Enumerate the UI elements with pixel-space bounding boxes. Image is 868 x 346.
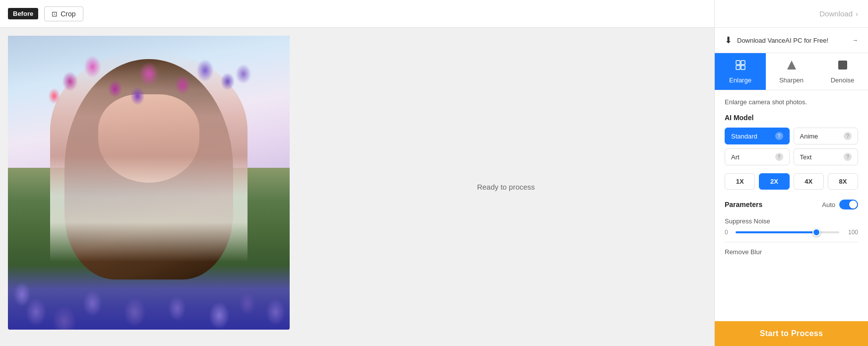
enlarge-icon [735, 59, 746, 73]
denoise-icon [837, 59, 849, 73]
sidebar-bottom: Start to Process [715, 321, 868, 346]
download-header: Download › [715, 0, 868, 28]
model-standard-help: ? [775, 132, 783, 140]
model-art-label: Art [731, 153, 740, 161]
tab-sharpen-label: Sharpen [779, 76, 804, 84]
tab-denoise-label: Denoise [831, 76, 855, 84]
download-button[interactable]: Download › [819, 9, 858, 18]
download-label: Download [819, 9, 853, 18]
suppress-noise-track[interactable] [736, 231, 839, 233]
download-arrow: › [856, 9, 858, 18]
ready-text: Ready to process [477, 183, 535, 191]
model-art-help: ? [775, 153, 783, 161]
suppress-noise-thumb[interactable] [812, 228, 820, 236]
tab-enlarge[interactable]: Enlarge [715, 53, 766, 90]
svg-rect-1 [741, 61, 745, 65]
divider [725, 242, 858, 242]
scale-4x[interactable]: 4X [794, 173, 824, 190]
start-process-button[interactable]: Start to Process [715, 321, 868, 346]
crop-button[interactable]: ⊡ Crop [44, 6, 83, 21]
tool-tabs: Enlarge Sharpen Denoise [715, 53, 868, 90]
model-anime[interactable]: Anime ? [794, 128, 859, 144]
ready-panel: Ready to process [298, 28, 714, 346]
scale-2x[interactable]: 2X [759, 173, 789, 190]
auto-toggle-row: Auto [822, 200, 858, 209]
svg-rect-6 [838, 61, 847, 69]
toggle-knob [849, 201, 857, 208]
image-panel [0, 28, 298, 346]
model-art[interactable]: Art ? [725, 148, 790, 165]
suppress-noise-label: Suppress Noise [725, 217, 858, 225]
scale-8x[interactable]: 8X [828, 173, 858, 190]
svg-marker-5 [787, 61, 796, 69]
tab-denoise[interactable]: Denoise [817, 53, 868, 90]
model-text[interactable]: Text ? [794, 148, 859, 165]
svg-rect-0 [736, 61, 740, 65]
model-anime-help: ? [844, 132, 852, 140]
tool-description: Enlarge camera shot photos. [725, 98, 858, 106]
scale-row: 1X 2X 4X 8X [725, 173, 858, 190]
before-badge: Before [8, 8, 38, 19]
top-bar: Before ⊡ Crop [0, 0, 714, 28]
suppress-noise-min: 0 [725, 229, 731, 236]
suppress-noise-section: Suppress Noise 0 100 [725, 217, 858, 236]
promo-arrow: → [852, 37, 858, 44]
tab-enlarge-label: Enlarge [729, 76, 751, 84]
promo-text: Download VanceAI PC for Free! [737, 37, 828, 44]
suppress-noise-max: 100 [844, 229, 858, 236]
model-standard[interactable]: Standard ? [725, 128, 790, 144]
svg-rect-2 [736, 66, 740, 69]
svg-rect-3 [741, 66, 745, 69]
model-text-label: Text [800, 153, 812, 161]
before-image [8, 36, 290, 330]
suppress-noise-fill [736, 231, 816, 233]
crop-icon: ⊡ [52, 10, 58, 18]
ai-model-label: AI Model [725, 114, 858, 122]
auto-label: Auto [822, 201, 835, 208]
parameters-row: Parameters Auto [725, 200, 858, 209]
tab-sharpen[interactable]: Sharpen [766, 53, 817, 90]
download-icon: ⬇ [725, 35, 732, 46]
model-grid: Standard ? Anime ? Art ? Text ? [725, 128, 858, 165]
remove-blur-label: Remove Blur [725, 248, 858, 256]
model-anime-label: Anime [800, 133, 818, 140]
suppress-noise-slider-row: 0 100 [725, 229, 858, 236]
auto-toggle[interactable] [839, 200, 858, 209]
model-text-help: ? [844, 153, 852, 161]
model-standard-label: Standard [731, 133, 757, 140]
sidebar-content: Enlarge camera shot photos. AI Model Sta… [715, 90, 868, 321]
parameters-label: Parameters [725, 201, 762, 208]
sharpen-icon [786, 59, 798, 73]
sidebar: Download › ⬇ Download VanceAI PC for Fre… [714, 0, 868, 346]
vance-promo-banner[interactable]: ⬇ Download VanceAI PC for Free! → [715, 28, 868, 53]
scale-1x[interactable]: 1X [725, 173, 755, 190]
crop-label: Crop [61, 10, 75, 18]
